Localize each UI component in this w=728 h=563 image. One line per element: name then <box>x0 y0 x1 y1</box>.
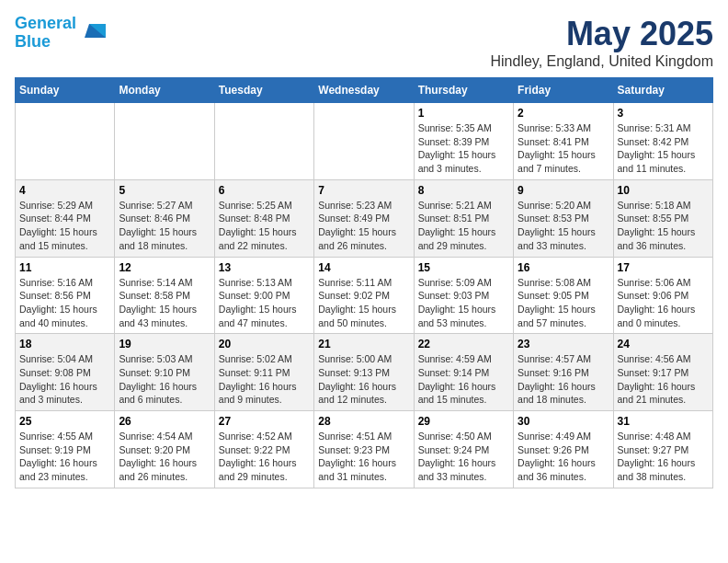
calendar-cell: 21Sunrise: 5:00 AM Sunset: 9:13 PM Dayli… <box>314 334 414 411</box>
day-number: 17 <box>618 261 709 274</box>
calendar-cell: 14Sunrise: 5:11 AM Sunset: 9:02 PM Dayli… <box>314 257 414 334</box>
day-info: Sunrise: 5:04 AM Sunset: 9:08 PM Dayligh… <box>19 352 110 407</box>
day-info: Sunrise: 4:55 AM Sunset: 9:19 PM Dayligh… <box>19 430 110 484</box>
day-info: Sunrise: 4:59 AM Sunset: 9:14 PM Dayligh… <box>418 352 509 407</box>
month-title: May 2025 <box>490 15 713 53</box>
calendar-cell: 26Sunrise: 4:54 AM Sunset: 9:20 PM Dayli… <box>115 411 214 488</box>
weekday-header: Friday <box>514 78 613 103</box>
weekday-header: Thursday <box>414 78 513 103</box>
day-info: Sunrise: 4:51 AM Sunset: 9:23 PM Dayligh… <box>318 430 409 484</box>
day-info: Sunrise: 5:21 AM Sunset: 8:51 PM Dayligh… <box>418 199 509 253</box>
logo: General Blue <box>15 15 108 52</box>
calendar-cell: 22Sunrise: 4:59 AM Sunset: 9:14 PM Dayli… <box>414 334 513 411</box>
day-number: 7 <box>318 184 409 197</box>
day-number: 1 <box>418 107 509 120</box>
day-number: 24 <box>618 338 709 350</box>
day-number: 4 <box>19 184 110 197</box>
weekday-header: Tuesday <box>214 78 313 103</box>
day-info: Sunrise: 4:50 AM Sunset: 9:24 PM Dayligh… <box>418 430 509 484</box>
day-info: Sunrise: 5:11 AM Sunset: 9:02 PM Dayligh… <box>318 276 409 330</box>
weekday-header-row: SundayMondayTuesdayWednesdayThursdayFrid… <box>16 78 713 103</box>
day-number: 8 <box>418 184 509 197</box>
calendar-cell: 31Sunrise: 4:48 AM Sunset: 9:27 PM Dayli… <box>613 411 712 488</box>
calendar-cell: 20Sunrise: 5:02 AM Sunset: 9:11 PM Dayli… <box>214 334 313 411</box>
weekday-header: Saturday <box>613 78 712 103</box>
day-info: Sunrise: 5:27 AM Sunset: 8:46 PM Dayligh… <box>119 199 210 253</box>
calendar-cell <box>314 103 414 180</box>
calendar-cell: 27Sunrise: 4:52 AM Sunset: 9:22 PM Dayli… <box>214 411 313 488</box>
calendar-cell: 8Sunrise: 5:21 AM Sunset: 8:51 PM Daylig… <box>414 179 513 257</box>
day-info: Sunrise: 5:18 AM Sunset: 8:55 PM Dayligh… <box>618 199 709 253</box>
day-info: Sunrise: 5:02 AM Sunset: 9:11 PM Dayligh… <box>219 352 310 407</box>
day-number: 13 <box>219 261 310 274</box>
title-block: May 2025 Hindley, England, United Kingdo… <box>490 15 713 70</box>
day-info: Sunrise: 5:20 AM Sunset: 8:53 PM Dayligh… <box>518 199 609 253</box>
calendar-cell: 13Sunrise: 5:13 AM Sunset: 9:00 PM Dayli… <box>214 257 313 334</box>
day-info: Sunrise: 5:06 AM Sunset: 9:06 PM Dayligh… <box>618 276 709 330</box>
day-info: Sunrise: 5:00 AM Sunset: 9:13 PM Dayligh… <box>318 352 409 407</box>
calendar-cell: 1Sunrise: 5:35 AM Sunset: 8:39 PM Daylig… <box>414 103 513 180</box>
day-number: 31 <box>618 415 709 428</box>
day-number: 19 <box>119 338 210 350</box>
day-info: Sunrise: 4:48 AM Sunset: 9:27 PM Dayligh… <box>618 430 709 484</box>
calendar-cell: 15Sunrise: 5:09 AM Sunset: 9:03 PM Dayli… <box>414 257 513 334</box>
calendar-cell: 9Sunrise: 5:20 AM Sunset: 8:53 PM Daylig… <box>514 179 613 257</box>
day-info: Sunrise: 4:54 AM Sunset: 9:20 PM Dayligh… <box>119 430 210 484</box>
calendar-cell: 29Sunrise: 4:50 AM Sunset: 9:24 PM Dayli… <box>414 411 513 488</box>
day-info: Sunrise: 5:14 AM Sunset: 8:58 PM Dayligh… <box>119 276 210 330</box>
logo-blue: Blue <box>15 32 51 51</box>
day-number: 3 <box>618 107 709 120</box>
calendar-cell: 7Sunrise: 5:23 AM Sunset: 8:49 PM Daylig… <box>314 179 414 257</box>
location: Hindley, England, United Kingdom <box>490 53 713 70</box>
day-info: Sunrise: 5:33 AM Sunset: 8:41 PM Dayligh… <box>518 121 609 176</box>
day-number: 23 <box>518 338 609 350</box>
day-number: 5 <box>119 184 210 197</box>
calendar-cell: 3Sunrise: 5:31 AM Sunset: 8:42 PM Daylig… <box>613 103 712 180</box>
calendar-cell: 6Sunrise: 5:25 AM Sunset: 8:48 PM Daylig… <box>214 179 313 257</box>
calendar-cell: 17Sunrise: 5:06 AM Sunset: 9:06 PM Dayli… <box>613 257 712 334</box>
calendar-week-row: 4Sunrise: 5:29 AM Sunset: 8:44 PM Daylig… <box>16 179 713 257</box>
calendar-cell: 11Sunrise: 5:16 AM Sunset: 8:56 PM Dayli… <box>16 257 115 334</box>
day-number: 12 <box>119 261 210 274</box>
calendar-cell: 5Sunrise: 5:27 AM Sunset: 8:46 PM Daylig… <box>115 179 214 257</box>
calendar-cell: 10Sunrise: 5:18 AM Sunset: 8:55 PM Dayli… <box>613 179 712 257</box>
calendar-cell: 25Sunrise: 4:55 AM Sunset: 9:19 PM Dayli… <box>16 411 115 488</box>
calendar-cell: 19Sunrise: 5:03 AM Sunset: 9:10 PM Dayli… <box>115 334 214 411</box>
day-info: Sunrise: 5:16 AM Sunset: 8:56 PM Dayligh… <box>19 276 110 330</box>
calendar-cell <box>16 103 115 180</box>
calendar-cell: 12Sunrise: 5:14 AM Sunset: 8:58 PM Dayli… <box>115 257 214 334</box>
calendar-week-row: 18Sunrise: 5:04 AM Sunset: 9:08 PM Dayli… <box>16 334 713 411</box>
day-info: Sunrise: 5:13 AM Sunset: 9:00 PM Dayligh… <box>219 276 310 330</box>
calendar-cell: 16Sunrise: 5:08 AM Sunset: 9:05 PM Dayli… <box>514 257 613 334</box>
day-number: 30 <box>518 415 609 428</box>
weekday-header: Sunday <box>16 78 115 103</box>
day-info: Sunrise: 4:57 AM Sunset: 9:16 PM Dayligh… <box>518 352 609 407</box>
day-info: Sunrise: 5:31 AM Sunset: 8:42 PM Dayligh… <box>618 121 709 176</box>
day-number: 9 <box>518 184 609 197</box>
day-number: 25 <box>19 415 110 428</box>
day-number: 6 <box>219 184 310 197</box>
day-number: 28 <box>318 415 409 428</box>
day-info: Sunrise: 4:56 AM Sunset: 9:17 PM Dayligh… <box>618 352 709 407</box>
day-number: 2 <box>518 107 609 120</box>
day-info: Sunrise: 4:52 AM Sunset: 9:22 PM Dayligh… <box>219 430 310 484</box>
calendar-table: SundayMondayTuesdayWednesdayThursdayFrid… <box>15 77 713 488</box>
day-number: 27 <box>219 415 310 428</box>
page-header: General Blue May 2025 Hindley, England, … <box>15 15 713 70</box>
logo-text: General Blue <box>15 15 76 52</box>
calendar-week-row: 1Sunrise: 5:35 AM Sunset: 8:39 PM Daylig… <box>16 103 713 180</box>
day-info: Sunrise: 5:09 AM Sunset: 9:03 PM Dayligh… <box>418 276 509 330</box>
calendar-week-row: 25Sunrise: 4:55 AM Sunset: 9:19 PM Dayli… <box>16 411 713 488</box>
calendar-cell <box>214 103 313 180</box>
day-number: 10 <box>618 184 709 197</box>
day-number: 29 <box>418 415 509 428</box>
day-number: 21 <box>318 338 409 350</box>
day-info: Sunrise: 5:03 AM Sunset: 9:10 PM Dayligh… <box>119 352 210 407</box>
logo-general: General <box>15 14 76 32</box>
calendar-cell: 18Sunrise: 5:04 AM Sunset: 9:08 PM Dayli… <box>16 334 115 411</box>
day-info: Sunrise: 5:35 AM Sunset: 8:39 PM Dayligh… <box>418 121 509 176</box>
day-number: 20 <box>219 338 310 350</box>
weekday-header: Monday <box>115 78 214 103</box>
calendar-week-row: 11Sunrise: 5:16 AM Sunset: 8:56 PM Dayli… <box>16 257 713 334</box>
calendar-cell: 4Sunrise: 5:29 AM Sunset: 8:44 PM Daylig… <box>16 179 115 257</box>
